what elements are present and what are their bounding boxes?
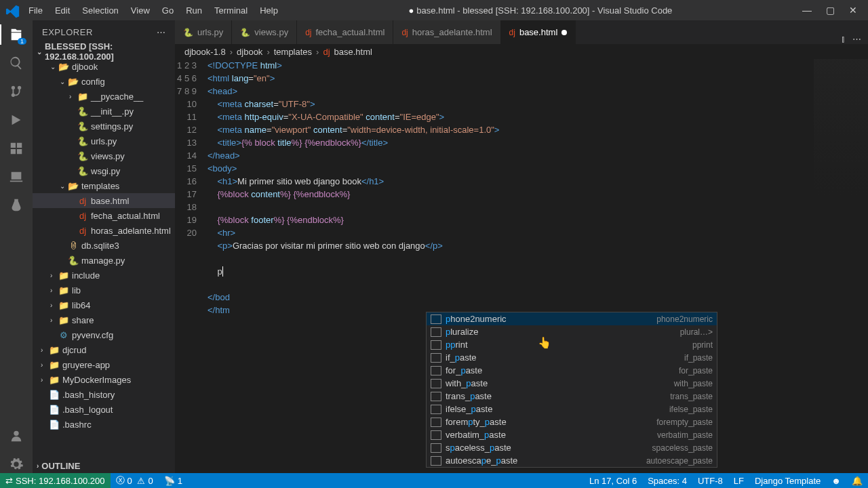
tab[interactable]: 🐍urls.py: [175, 20, 232, 44]
menu-edit[interactable]: Edit: [50, 3, 75, 18]
tab[interactable]: djhoras_adelante.html: [393, 20, 500, 44]
menu-view[interactable]: View: [125, 3, 155, 18]
tree-item[interactable]: ›📁include: [33, 268, 175, 283]
menu-terminal[interactable]: Terminal: [209, 3, 253, 18]
eol[interactable]: LF: [728, 476, 749, 486]
outline-section[interactable]: ›OUTLINE: [33, 458, 175, 473]
minimap[interactable]: [814, 59, 868, 195]
indentation[interactable]: Spaces: 4: [642, 476, 692, 486]
notifications-icon[interactable]: 🔔: [846, 476, 868, 486]
svg-point-0: [14, 431, 18, 436]
suggest-item[interactable]: for_pastefor_paste: [427, 364, 717, 377]
suggest-item[interactable]: if_pasteif_paste: [427, 351, 717, 364]
tab[interactable]: 🐍views.py: [232, 20, 297, 44]
suggest-item[interactable]: phone2numericphone2numeric: [427, 312, 717, 325]
tree-item[interactable]: ›📁lib64: [33, 298, 175, 312]
extensions-icon[interactable]: [7, 140, 25, 157]
explorer-more-icon[interactable]: ⋯: [157, 27, 166, 37]
tree-item[interactable]: ›📁djcrud: [33, 342, 175, 357]
window-title: ●base.html - blessed [SSH: 192.168.100.2…: [283, 5, 797, 16]
remote-indicator[interactable]: ⇄SSH: 192.168.100.200: [0, 473, 111, 488]
tree-item[interactable]: ›📁gruyere-app: [33, 357, 175, 372]
tree-item[interactable]: 🛢db.sqlite3: [33, 238, 175, 253]
suggest-item[interactable]: verbatim_pasteverbatim_paste: [427, 428, 717, 441]
encoding[interactable]: UTF-8: [692, 476, 728, 486]
suggest-item[interactable]: pprintpprint: [427, 338, 717, 351]
menu-go[interactable]: Go: [157, 3, 179, 18]
tree-item[interactable]: 🐍views.py: [33, 148, 175, 163]
tree-item[interactable]: ›📁share: [33, 312, 175, 327]
source-control-icon[interactable]: [7, 83, 25, 100]
workspace-section[interactable]: ⌄BLESSED [SSH: 192.168.100.200]: [33, 44, 175, 59]
breadcrumb[interactable]: djbook-1.8›djbook›templates›dj base.html: [175, 44, 868, 59]
tree-item[interactable]: djfecha_actual.html: [33, 208, 175, 223]
settings-gear-icon[interactable]: [7, 455, 25, 473]
remote-explorer-icon[interactable]: [7, 168, 25, 186]
suggest-item[interactable]: ifelse_pasteifelse_paste: [427, 403, 717, 415]
search-icon[interactable]: [7, 54, 25, 72]
feedback-icon[interactable]: ☻: [826, 476, 846, 486]
menu-selection[interactable]: Selection: [77, 3, 123, 18]
tree-item[interactable]: 🐍manage.py: [33, 253, 175, 268]
suggest-item[interactable]: trans_pastetrans_paste: [427, 390, 717, 403]
more-actions-icon[interactable]: ⋯: [852, 34, 861, 44]
tab[interactable]: djfecha_actual.html: [297, 20, 393, 44]
menu-bar: FileEditSelectionViewGoRunTerminalHelp: [23, 3, 283, 18]
explorer-icon[interactable]: 1: [7, 26, 25, 43]
split-editor-icon[interactable]: ⫿: [841, 34, 846, 44]
run-debug-icon[interactable]: [7, 111, 25, 129]
autocomplete-popup[interactable]: phone2numericphone2numericpluralizeplura…: [426, 312, 717, 468]
tree-item[interactable]: ›📁__pycache__: [33, 89, 175, 104]
tree-item[interactable]: 📄.bashrc: [33, 417, 175, 432]
explorer-title: EXPLORER: [42, 27, 93, 37]
tree-item[interactable]: 🐍wsgi.py: [33, 163, 175, 178]
testing-icon[interactable]: [7, 197, 25, 214]
problems-indicator[interactable]: ⓧ0 ⚠0: [111, 474, 159, 487]
suggest-item[interactable]: with_pastewith_paste: [427, 377, 717, 390]
vscode-logo-icon: [5, 4, 18, 16]
tree-item[interactable]: djhoras_adelante.html: [33, 223, 175, 238]
tree-item[interactable]: ⌄📂config: [33, 74, 175, 89]
tree-item[interactable]: ⚙pyvenv.cfg: [33, 327, 175, 342]
accounts-icon[interactable]: [7, 427, 25, 445]
tree-item[interactable]: 📄.bash_logout: [33, 402, 175, 417]
menu-file[interactable]: File: [23, 3, 48, 18]
ports-indicator[interactable]: 📡1: [159, 476, 188, 486]
tree-item[interactable]: ⌄📂djbook: [33, 59, 175, 74]
activity-bar: 1: [0, 20, 33, 473]
suggest-item[interactable]: autoescape_pasteautoescape_paste: [427, 454, 717, 467]
tree-item[interactable]: ›📁lib: [33, 283, 175, 298]
menu-run[interactable]: Run: [180, 3, 208, 18]
line-numbers: 1 2 3 4 5 6 7 8 9 10 11 12 13 14 15 16 1…: [175, 59, 208, 473]
suggest-item[interactable]: spaceless_pastespaceless_paste: [427, 441, 717, 454]
tree-item[interactable]: 🐍settings.py: [33, 119, 175, 134]
tab[interactable]: djbase.html: [501, 20, 576, 44]
menu-help[interactable]: Help: [254, 3, 283, 18]
language-mode[interactable]: Django Template: [749, 476, 826, 486]
tree-item[interactable]: 📄.bash_history: [33, 387, 175, 402]
suggest-item[interactable]: forempty_pasteforempty_paste: [427, 415, 717, 428]
tree-item[interactable]: 🐍__init__.py: [33, 104, 175, 119]
tree-item[interactable]: djbase.html: [33, 193, 175, 208]
minimize-button[interactable]: —: [797, 5, 816, 16]
cursor-position[interactable]: Ln 17, Col 6: [584, 476, 642, 486]
tree-item[interactable]: ›📁MyDockerImages: [33, 372, 175, 387]
maximize-button[interactable]: ▢: [821, 5, 840, 16]
suggest-item[interactable]: pluralizeplural…>: [427, 325, 717, 338]
tree-item[interactable]: ⌄📂templates: [33, 178, 175, 193]
tree-item[interactable]: 🐍urls.py: [33, 134, 175, 148]
close-button[interactable]: ✕: [844, 5, 863, 16]
